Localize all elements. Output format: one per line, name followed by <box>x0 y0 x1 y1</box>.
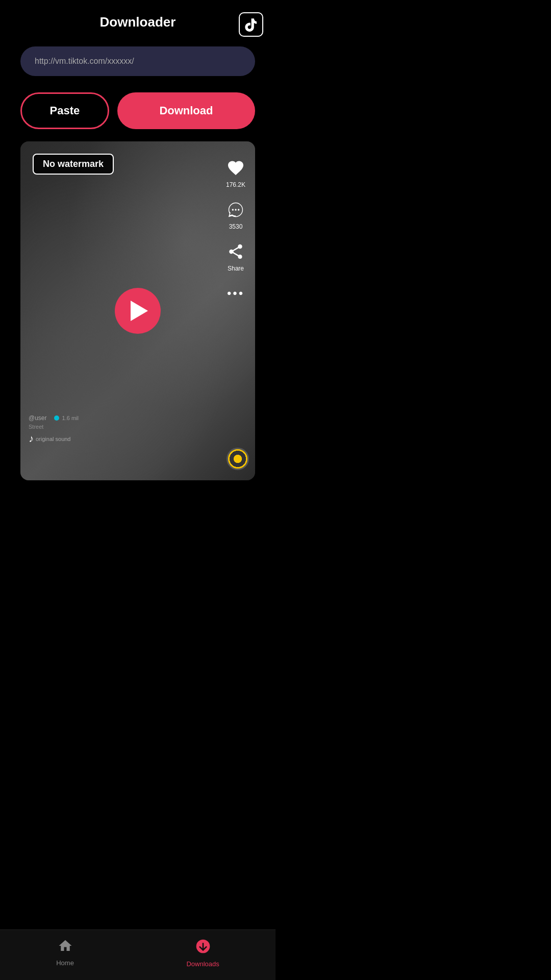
music-disc-area <box>227 448 249 470</box>
video-bottom-info: @user 1.6 mil Street ♪ original sound <box>29 414 79 445</box>
music-disc <box>227 448 249 470</box>
comments-count: 3530 <box>229 223 243 230</box>
share-action[interactable]: Share <box>224 240 247 272</box>
video-preview: No watermark 176.2K 3530 <box>20 141 255 480</box>
comment-action[interactable]: 3530 <box>224 199 247 230</box>
view-count: 1.6 mil <box>62 415 79 421</box>
more-dots-icon: ••• <box>224 282 247 305</box>
share-icon <box>224 240 247 263</box>
description-text: Street <box>29 424 79 430</box>
download-button[interactable]: Download <box>117 92 255 129</box>
video-actions: 176.2K 3530 Share ••• <box>224 157 247 305</box>
button-row: Paste Download <box>0 84 276 141</box>
likes-count: 176.2K <box>226 181 245 188</box>
live-dot <box>54 415 59 421</box>
tiktok-logo <box>239 12 263 37</box>
svg-point-1 <box>235 209 236 210</box>
share-label: Share <box>228 265 244 272</box>
url-section <box>0 38 276 84</box>
play-button[interactable] <box>115 288 161 334</box>
url-input[interactable] <box>20 46 255 76</box>
page-title: Downloader <box>100 14 176 30</box>
no-watermark-badge: No watermark <box>33 154 114 175</box>
more-action[interactable]: ••• <box>224 282 247 305</box>
svg-point-0 <box>232 209 234 210</box>
svg-point-2 <box>238 209 239 210</box>
paste-button[interactable]: Paste <box>20 92 109 129</box>
play-icon <box>131 301 148 321</box>
like-action[interactable]: 176.2K <box>224 157 247 188</box>
song-name: original sound <box>36 436 71 442</box>
heart-icon <box>224 157 247 179</box>
username-text: @user <box>29 414 47 422</box>
comment-icon <box>224 199 247 221</box>
header: Downloader <box>0 0 276 38</box>
song-info: ♪ original sound <box>29 433 79 445</box>
